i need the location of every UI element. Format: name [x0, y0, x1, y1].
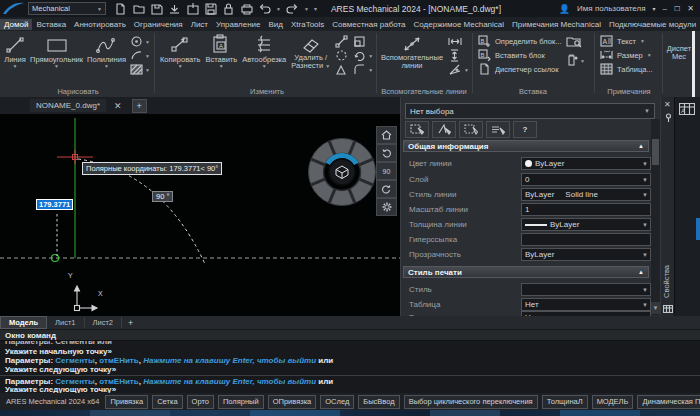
rectangle-button[interactable]: Прямоугольник ▼ — [30, 33, 83, 76]
collapse-up-icon-2[interactable]: ▲ — [638, 269, 644, 275]
selection-dropdown[interactable]: Нет выбора ▼ — [405, 103, 655, 119]
line-dropdown-icon[interactable]: ▼ — [13, 64, 18, 69]
aux-horizontal-button[interactable] — [448, 35, 462, 48]
sheet-tab-sheet1[interactable]: Лист1 — [47, 317, 84, 328]
rectangle-dropdown-icon[interactable]: ▼ — [54, 64, 59, 69]
dimension-button[interactable]: Размер ▼ — [600, 48, 653, 62]
aux-angle-dropdown-icon[interactable]: ▼ — [464, 67, 469, 73]
user-name-label[interactable]: Имя пользователя — [577, 4, 645, 13]
revision-cloud-button[interactable] — [335, 49, 348, 62]
panel-pin-icon[interactable] — [664, 113, 673, 123]
autotrim-button[interactable]: Автообрезка ▼ — [242, 33, 286, 76]
rotate-cw-button[interactable] — [376, 180, 397, 198]
tab-mechanical-annotations[interactable]: Примечания Mechanical — [508, 19, 605, 30]
document-tab-active[interactable]: NONAME_0.dwg* — [30, 99, 106, 112]
text-dropdown-icon[interactable]: ▼ — [640, 38, 645, 44]
polyline-button[interactable]: Полилиния ▼ — [87, 33, 126, 76]
aux-angle-button[interactable] — [448, 63, 462, 76]
circle-dropdown-icon[interactable]: ▼ — [145, 39, 150, 45]
maximize-button[interactable]: ☐ — [674, 5, 680, 13]
status-grid-button[interactable]: Сетка — [152, 395, 182, 409]
collapse-up-icon[interactable]: ▲ — [638, 143, 644, 149]
open-file-button[interactable] — [132, 2, 145, 15]
properties-scrollbar[interactable]: ▼ — [651, 119, 660, 315]
copy-dropdown-icon[interactable]: ▼ — [178, 64, 183, 69]
scale-button[interactable] — [353, 35, 366, 48]
sheet-tab-sheet2[interactable]: Лист2 — [85, 317, 122, 328]
edge-scroll-notch[interactable] — [696, 218, 700, 240]
rotate-button[interactable] — [353, 49, 366, 62]
rotation-angle-button[interactable]: 90 — [376, 162, 397, 180]
tab-constraints[interactable]: Ограничения — [130, 19, 187, 30]
rotate-dropdown-icon[interactable]: ▼ — [368, 53, 373, 59]
aux-vertical-button[interactable] — [448, 49, 462, 62]
properties-help-button[interactable]: ? — [513, 121, 537, 138]
select-filter-button[interactable] — [459, 121, 483, 138]
dock-table-icon[interactable]: A — [679, 103, 695, 115]
tab-plugins[interactable]: Подключаемые модули — [605, 19, 700, 30]
tab-xtratools[interactable]: XtraTools — [287, 19, 328, 30]
text-button[interactable]: A Текст ▼ — [600, 34, 653, 48]
status-cycling-button[interactable]: Выбор циклического переключения — [404, 395, 538, 409]
line-style-dropdown[interactable]: ByLayer Solid line ▼ — [521, 188, 651, 201]
status-polar-button[interactable]: Полярный — [218, 395, 264, 409]
option-segments-link[interactable]: Сегменты — [55, 356, 95, 365]
lock-button[interactable] — [222, 2, 235, 15]
status-otrack-button[interactable]: ОСлед — [320, 395, 354, 409]
hyperlink-input[interactable] — [521, 233, 651, 246]
tab-view[interactable]: Вид — [265, 19, 287, 30]
status-quickinput-button[interactable]: БысВвод — [358, 395, 399, 409]
arc-button[interactable] — [130, 49, 143, 62]
section-header-general[interactable]: Общая информация ▲ — [403, 140, 649, 152]
scrollbar-down-icon[interactable]: ▼ — [651, 302, 660, 314]
paste-button[interactable]: A Вставить ▼ — [205, 33, 237, 76]
wheel-center[interactable] — [329, 159, 355, 185]
minimize-button[interactable]: – — [663, 4, 667, 13]
print-style-dropdown[interactable]: ▼ — [521, 283, 651, 296]
copy-button[interactable]: Копировать ▼ — [160, 33, 200, 76]
wheel-settings-button[interactable] — [376, 198, 397, 216]
tab-insert[interactable]: Вставка — [32, 19, 70, 30]
save-as-button[interactable] — [150, 2, 163, 15]
polyline-dropdown-icon[interactable]: ▼ — [104, 64, 109, 69]
layer-dropdown[interactable]: 0 ▼ — [521, 173, 651, 186]
tab-manage[interactable]: Управление — [212, 19, 264, 30]
print-table-dropdown[interactable]: Нет ▼ — [521, 298, 651, 311]
ref-search-button[interactable] — [566, 35, 585, 48]
autotrim-dropdown-icon[interactable]: ▼ — [262, 64, 267, 69]
fillet-dropdown-icon[interactable]: ▼ — [368, 67, 373, 73]
redo-dropdown-icon[interactable]: ▼ — [304, 6, 309, 12]
status-snap-button[interactable]: Привязка — [105, 395, 148, 409]
option-undo-link[interactable]: отмЕНить — [99, 356, 138, 365]
import-button[interactable] — [186, 2, 199, 15]
new-file-button[interactable] — [114, 2, 127, 15]
line-color-dropdown[interactable]: ByLayer ▼ — [521, 157, 651, 170]
navigation-wheel[interactable] — [309, 139, 376, 206]
attach-dropdown-icon[interactable]: ▼ — [580, 58, 585, 64]
document-tab-close-icon[interactable]: ✕ — [114, 101, 122, 111]
home-view-button[interactable] — [376, 126, 397, 144]
hatch-dropdown-icon[interactable]: ▼ — [145, 67, 150, 73]
print-button[interactable] — [240, 2, 253, 15]
quick-select-button[interactable] — [432, 121, 456, 138]
command-window[interactable]: Окно команд Параметры: Сегменты или Укаж… — [0, 329, 700, 393]
mechanical-manager-button[interactable]: Диспет Mec — [666, 45, 692, 61]
save-button[interactable] — [204, 2, 217, 15]
redo-button[interactable] — [286, 2, 299, 15]
properties-panel-tab[interactable]: Свойства — [662, 265, 671, 298]
panel-grid-icon[interactable] — [663, 305, 673, 313]
section-header-print-style[interactable]: Стиль печати ▲ — [403, 266, 649, 278]
fillet-button[interactable] — [353, 63, 366, 76]
status-model-button[interactable]: МОДЕЛЬ — [592, 395, 634, 409]
ribbon-edge-scrollbar[interactable] — [692, 31, 695, 97]
status-osnap-button[interactable]: ОПривязка — [268, 395, 317, 409]
define-block-button[interactable]: B Определить блок... — [478, 34, 562, 48]
dimension-dropdown-icon[interactable]: ▼ — [647, 52, 652, 58]
tab-collaborate[interactable]: Совместная работа — [328, 19, 409, 30]
new-document-tab-button[interactable]: + — [132, 99, 147, 113]
status-ortho-button[interactable]: Орто — [187, 395, 214, 409]
scrollbar-thumb[interactable] — [652, 139, 659, 165]
workspace-selector[interactable]: Mechanical ▼ — [28, 2, 106, 15]
delete-dropdown-icon[interactable]: ▼ — [325, 63, 330, 69]
delete-explode-button[interactable]: Удалить / Разнести ▼ — [291, 33, 330, 76]
